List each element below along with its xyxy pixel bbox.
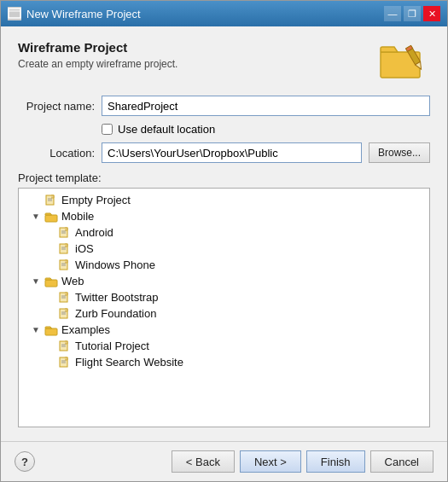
header-subtitle: Create an empty wireframe project.	[18, 58, 177, 70]
tree-item-examples[interactable]: ▼ Examples	[19, 322, 429, 338]
title-bar: New Wireframe Project — ❐ ✕	[1, 1, 447, 26]
tree-label-android: Android	[75, 226, 113, 239]
tree-label-ios: iOS	[75, 242, 94, 255]
help-button[interactable]: ?	[15, 451, 35, 472]
template-section: Project template: Empty Project	[18, 171, 430, 427]
next-button[interactable]: Next >	[240, 450, 301, 473]
template-tree: Empty Project ▼ Mobile	[18, 188, 430, 427]
toggle-twitter-bootstrap	[44, 293, 55, 303]
location-input[interactable]	[102, 142, 362, 163]
tree-label-empty: Empty Project	[61, 194, 131, 206]
file-icon-tutorial-project	[58, 340, 72, 352]
close-button[interactable]: ✕	[423, 6, 440, 21]
location-label: Location:	[18, 147, 95, 160]
toggle-examples: ▼	[31, 325, 41, 335]
project-name-label: Project name:	[18, 100, 95, 113]
file-icon-windows-phone	[58, 259, 72, 271]
back-button[interactable]: < Back	[172, 450, 235, 473]
folder-icon-mobile	[44, 211, 58, 223]
tree-item-ios[interactable]: iOS	[19, 241, 429, 257]
header-title: Wireframe Project	[18, 40, 177, 55]
file-icon-flight-search	[58, 357, 72, 369]
app-icon	[8, 7, 21, 20]
tree-item-flight-search[interactable]: Flight Search Website	[19, 354, 429, 370]
svg-rect-10	[45, 215, 57, 222]
footer-right: < Back Next > Finish Cancel	[172, 450, 433, 473]
main-content: Wireframe Project Create an empty wirefr…	[1, 26, 447, 441]
tree-label-zurb-foundation: Zurb Foundation	[75, 307, 156, 320]
tree-item-empty[interactable]: Empty Project	[19, 192, 429, 208]
form-section: Project name: Use default location Locat…	[18, 96, 430, 163]
minimize-button[interactable]: —	[384, 6, 401, 21]
file-icon-zurb-foundation	[58, 308, 72, 320]
folder-icon-examples	[44, 324, 58, 336]
use-default-checkbox[interactable]	[102, 124, 113, 135]
tree-label-windows-phone: Windows Phone	[75, 258, 155, 271]
tree-label-examples: Examples	[61, 323, 110, 336]
restore-button[interactable]: ❐	[404, 6, 421, 21]
window-title: New Wireframe Project	[26, 8, 141, 20]
toggle-tutorial-project	[44, 341, 55, 351]
tree-item-web[interactable]: ▼ Web	[19, 273, 429, 289]
cancel-button[interactable]: Cancel	[370, 450, 433, 473]
toggle-web: ▼	[31, 276, 41, 287]
tree-item-mobile[interactable]: ▼ Mobile	[19, 208, 429, 224]
finish-button[interactable]: Finish	[306, 450, 365, 473]
header-text: Wireframe Project Create an empty wirefr…	[18, 40, 177, 70]
project-icon-svg	[379, 40, 428, 84]
file-icon-empty	[44, 195, 58, 206]
toggle-empty	[31, 195, 41, 206]
file-icon-android	[58, 227, 72, 239]
toggle-windows-phone	[44, 260, 55, 270]
title-bar-left: New Wireframe Project	[8, 7, 141, 20]
tree-label-flight-search: Flight Search Website	[75, 356, 183, 369]
tree-item-twitter-bootstrap[interactable]: Twitter Bootstrap	[19, 289, 429, 305]
toggle-zurb-foundation	[44, 309, 55, 319]
default-location-row: Use default location	[102, 123, 430, 136]
footer-left: ?	[15, 451, 35, 472]
tree-item-windows-phone[interactable]: Windows Phone	[19, 257, 429, 273]
toggle-android	[44, 228, 55, 238]
tree-item-android[interactable]: Android	[19, 224, 429, 241]
header-icon	[379, 40, 430, 87]
window: New Wireframe Project — ❐ ✕ Wireframe Pr…	[0, 0, 448, 482]
svg-rect-20	[45, 280, 57, 287]
svg-rect-27	[45, 328, 57, 335]
toggle-flight-search	[44, 357, 55, 368]
toggle-mobile: ▼	[31, 212, 41, 222]
title-bar-controls: — ❐ ✕	[384, 6, 440, 21]
tree-label-tutorial-project: Tutorial Project	[75, 340, 149, 352]
folder-icon-web	[44, 276, 58, 287]
file-icon-twitter-bootstrap	[58, 292, 72, 304]
location-row: Location: Browse...	[18, 142, 430, 163]
toggle-ios	[44, 244, 55, 254]
tree-label-web: Web	[61, 275, 84, 287]
project-name-input[interactable]	[102, 96, 430, 116]
file-icon-ios	[58, 243, 72, 255]
project-name-row: Project name:	[18, 96, 430, 116]
tree-item-tutorial-project[interactable]: Tutorial Project	[19, 338, 429, 354]
tree-label-twitter-bootstrap: Twitter Bootstrap	[75, 291, 159, 304]
tree-label-mobile: Mobile	[61, 210, 94, 223]
use-default-label: Use default location	[118, 123, 215, 136]
browse-button[interactable]: Browse...	[369, 142, 430, 163]
header-section: Wireframe Project Create an empty wirefr…	[18, 40, 430, 87]
svg-rect-0	[9, 9, 20, 18]
template-label: Project template:	[18, 171, 430, 184]
tree-item-zurb-foundation[interactable]: Zurb Foundation	[19, 305, 429, 322]
footer: ? < Back Next > Finish Cancel	[1, 441, 447, 481]
